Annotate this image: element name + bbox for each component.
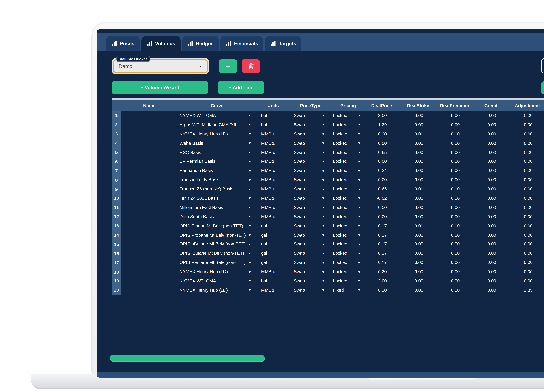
cell-deal-premium[interactable]: 0.00 [436,138,473,148]
cell-pricing-select[interactable]: Locked▼ [327,120,363,129]
cell-price-type-select[interactable]: Swap▼ [285,138,327,148]
cell-credit[interactable]: 0.00 [473,129,509,138]
cell-name[interactable] [121,240,177,249]
cell-deal-strike[interactable]: 0.00 [400,111,436,120]
cell-adjustment[interactable]: 0.00 [509,212,544,221]
cell-deal-premium[interactable]: 0.00 [436,212,473,221]
cell-price-type-select[interactable]: Swap▼ [285,166,327,175]
cell-units[interactable]: gal [254,258,285,267]
cell-pricing-select[interactable]: Locked▼ [327,231,363,240]
cell-name[interactable] [121,129,177,138]
cell-credit[interactable]: 0.00 [473,111,509,120]
cell-name[interactable] [121,276,177,285]
cell-deal-strike[interactable]: 0.00 [400,120,436,129]
cell-pricing-select[interactable]: Locked▼ [327,240,363,249]
cell-deal-premium[interactable]: 0.00 [436,276,473,285]
cell-pricing-select[interactable]: Locked▼ [327,175,363,184]
cell-price-type-select[interactable]: Swap▼ [285,203,327,212]
cell-name[interactable] [121,111,177,120]
cell-deal-strike[interactable]: 0.00 [400,258,436,267]
cell-deal-price[interactable]: -0.02 [363,194,400,203]
cell-curve-select[interactable]: OPIS Ethane Mt Belv (non-TET)▼ [177,221,254,230]
cell-deal-price[interactable]: 3.00 [363,111,400,120]
cell-deal-premium[interactable]: 0.00 [436,221,473,230]
cell-name[interactable] [121,175,177,184]
cell-curve-select[interactable]: Transco Leidy Basis▼ [177,175,254,184]
cell-adjustment[interactable]: 0.00 [509,157,544,166]
cell-price-type-select[interactable]: Swap▼ [285,240,327,249]
cell-deal-premium[interactable]: 0.00 [436,129,473,138]
cell-units[interactable]: MMBtu [254,194,285,203]
cell-adjustment[interactable]: 0.00 [509,148,544,157]
cell-units[interactable]: MMBtu [254,203,285,212]
cell-units[interactable]: MMBtu [254,166,285,175]
delete-bucket-button[interactable] [242,59,260,73]
cell-pricing-select[interactable]: Locked▼ [327,194,363,203]
cell-adjustment[interactable]: 0.00 [509,276,544,285]
cell-credit[interactable]: 0.00 [473,194,509,203]
cell-price-type-select[interactable]: Swap▼ [285,157,327,166]
cell-curve-select[interactable]: Waha Basis▼ [177,138,254,148]
cell-adjustment[interactable]: 0.00 [509,240,544,249]
cell-name[interactable] [121,203,177,212]
cell-price-type-select[interactable]: Swap▼ [285,184,327,194]
cell-name[interactable] [121,231,177,240]
cell-credit[interactable]: 0.00 [473,148,509,157]
cell-price-type-select[interactable]: Swap▼ [285,129,327,138]
cell-deal-price[interactable]: 0.65 [363,184,400,194]
cell-pricing-select[interactable]: Locked▼ [327,203,363,212]
cell-deal-price[interactable]: 0.17 [363,240,400,249]
cell-price-type-select[interactable]: Swap▼ [285,221,327,230]
cell-deal-price[interactable]: 0.17 [363,258,400,267]
cell-adjustment[interactable]: 0.00 [509,267,544,276]
cell-name[interactable] [121,212,177,221]
cell-deal-price[interactable]: 0.00 [363,138,400,148]
cell-adjustment[interactable]: 0.00 [509,184,544,194]
tab-hedges[interactable]: Hedges [182,36,219,51]
cell-curve-select[interactable]: OPIS iButane Mt Belv (non-TET)▼ [177,249,254,258]
cell-adjustment[interactable]: 0.00 [509,175,544,184]
cell-deal-price[interactable]: 0.34 [363,166,400,175]
cell-deal-strike[interactable]: 0.00 [400,138,436,148]
cell-name[interactable] [121,184,177,194]
cell-price-type-select[interactable]: Swap▼ [285,258,327,267]
cell-deal-price[interactable]: 0.20 [363,286,400,295]
cell-name[interactable] [121,267,177,276]
cell-credit[interactable]: 0.00 [473,231,509,240]
cell-price-type-select[interactable]: Swap▼ [285,249,327,258]
cell-pricing-select[interactable]: Locked▼ [327,157,363,166]
cell-curve-select[interactable]: OPIS Propane Mt Belv (non-TET)▼ [177,231,254,240]
cell-credit[interactable]: 0.00 [473,286,509,295]
cell-deal-strike[interactable]: 0.00 [400,166,436,175]
cell-credit[interactable]: 0.00 [473,240,509,249]
cell-credit[interactable]: 0.00 [473,120,509,129]
cell-price-type-select[interactable]: Swap▼ [285,212,327,221]
cell-pricing-select[interactable]: Locked▼ [327,148,363,157]
cell-pricing-select[interactable]: Locked▼ [327,212,363,221]
cell-deal-price[interactable]: 0.20 [363,129,400,138]
cell-curve-select[interactable]: OPIS Pentane Mt Belv (non-TET)▼ [177,258,254,267]
cell-deal-premium[interactable]: 0.00 [436,240,473,249]
cell-credit[interactable]: 0.00 [473,184,509,194]
cell-curve-select[interactable]: NYMEX Henry Hub (LD)▼ [177,129,254,138]
cell-price-type-select[interactable]: Swap▼ [285,267,327,276]
cell-units[interactable]: MMBtu [254,267,285,276]
cell-deal-strike[interactable]: 0.00 [400,276,436,285]
cell-adjustment[interactable]: 0.00 [509,249,544,258]
cell-pricing-select[interactable]: Fixed▼ [327,286,363,295]
tab-prices[interactable]: Prices [106,36,140,51]
cell-curve-select[interactable]: NYMEX WTI CMA▼ [177,111,254,120]
cell-adjustment[interactable]: 0.00 [509,231,544,240]
cell-pricing-select[interactable]: Locked▼ [327,138,363,148]
cell-deal-strike[interactable]: 0.00 [400,212,436,221]
volume-wizard-button[interactable]: + Volume Wizard [112,81,208,94]
cell-credit[interactable]: 0.00 [473,249,509,258]
horizontal-scrollbar-thumb[interactable] [110,355,265,362]
cell-deal-strike[interactable]: 0.00 [400,175,436,184]
cell-deal-strike[interactable]: 0.00 [400,286,436,295]
cell-deal-premium[interactable]: 0.00 [436,203,473,212]
cell-pricing-select[interactable]: Locked▼ [327,267,363,276]
cell-deal-premium[interactable]: 0.00 [436,194,473,203]
cell-units[interactable]: MMBtu [254,148,285,157]
cell-units[interactable]: bbl [254,120,285,129]
